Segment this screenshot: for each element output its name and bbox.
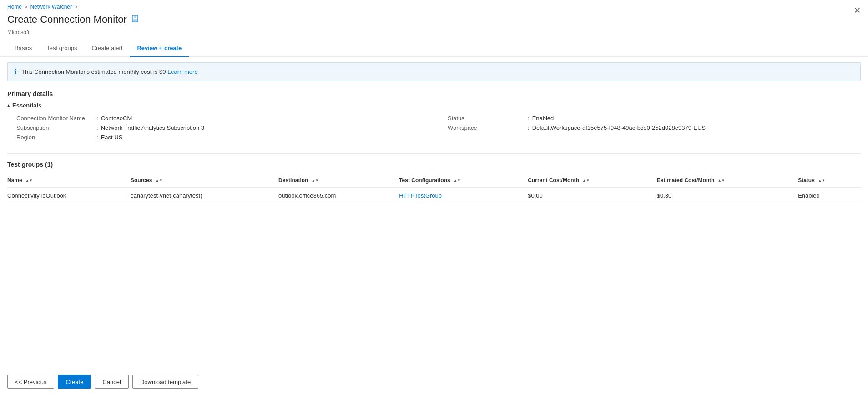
breadcrumb-network-watcher[interactable]: Network Watcher (30, 4, 72, 10)
test-groups-title: Test groups (1) (7, 161, 861, 168)
cell-current-cost: $0.00 (528, 188, 657, 204)
table-header-row: Name ▲▼ Sources ▲▼ Destination ▲▼ Test C… (7, 174, 861, 188)
table-row: ConnectivityToOutlook canarytest-vnet(ca… (7, 188, 861, 204)
breadcrumb: Home > Network Watcher > (0, 0, 868, 12)
fields-right: Status : Enabled Workspace : DefaultWork… (448, 113, 861, 142)
col-header-estimated-cost[interactable]: Estimated Cost/Month ▲▼ (657, 174, 798, 188)
field-workspace: Workspace : DefaultWorkspace-af15e575-f9… (448, 123, 861, 133)
col-header-destination[interactable]: Destination ▲▼ (278, 174, 399, 188)
field-region: Region : East US (16, 133, 429, 142)
previous-button[interactable]: << Previous (7, 375, 54, 389)
sort-icon-status: ▲▼ (818, 179, 825, 183)
fields-left: Connection Monitor Name : ContosoCM Subs… (16, 113, 429, 142)
cell-sources: canarytest-vnet(canarytest) (131, 188, 278, 204)
cell-test-configurations[interactable]: HTTPTestGroup (399, 188, 528, 204)
cell-destination: outlook.office365.com (278, 188, 399, 204)
sort-icon-estimated-cost: ▲▼ (718, 179, 725, 183)
download-template-button[interactable]: Download template (132, 375, 198, 389)
col-header-name[interactable]: Name ▲▼ (7, 174, 131, 188)
sort-icon-sources: ▲▼ (156, 179, 163, 183)
chevron-up-icon: ▴ (7, 103, 10, 108)
col-header-current-cost[interactable]: Current Cost/Month ▲▼ (528, 174, 657, 188)
sort-icon-current-cost: ▲▼ (582, 179, 590, 183)
col-header-status[interactable]: Status ▲▼ (798, 174, 861, 188)
breadcrumb-home[interactable]: Home (7, 4, 22, 10)
page-title: Create Connection Monitor (7, 14, 127, 26)
info-banner-text: This Connection Monitor's estimated mont… (21, 68, 198, 75)
svg-rect-2 (133, 19, 137, 21)
page-header: Create Connection Monitor (0, 12, 868, 29)
info-icon: ℹ (14, 67, 17, 76)
tab-basics[interactable]: Basics (7, 41, 39, 57)
learn-more-link[interactable]: Learn more (167, 68, 197, 75)
essentials-header[interactable]: ▴ Essentials (7, 102, 861, 109)
tab-review-create[interactable]: Review + create (130, 41, 189, 57)
essentials-label: Essentials (12, 102, 41, 109)
info-banner: ℹ This Connection Monitor's estimated mo… (7, 62, 861, 81)
close-button[interactable]: ✕ (854, 6, 861, 15)
test-groups-section: Test groups (1) Name ▲▼ Sources ▲▼ Desti… (0, 157, 868, 211)
field-subscription: Subscription : Network Traffic Analytics… (16, 123, 429, 133)
sort-icon-test-configurations: ▲▼ (454, 179, 461, 183)
tab-test-groups[interactable]: Test groups (39, 41, 84, 57)
field-connection-monitor-name: Connection Monitor Name : ContosoCM (16, 113, 429, 123)
divider (7, 153, 861, 154)
svg-rect-1 (134, 15, 136, 18)
footer: << Previous Create Cancel Download templ… (0, 369, 868, 394)
breadcrumb-sep1: > (25, 4, 27, 10)
col-header-test-configurations[interactable]: Test Configurations ▲▼ (399, 174, 528, 188)
sort-icon-destination: ▲▼ (312, 179, 319, 183)
cancel-button[interactable]: Cancel (95, 375, 128, 389)
test-groups-table: Name ▲▼ Sources ▲▼ Destination ▲▼ Test C… (7, 174, 861, 204)
tab-create-alert[interactable]: Create alert (85, 41, 130, 57)
cell-estimated-cost: $0.30 (657, 188, 798, 204)
save-icon[interactable] (131, 15, 139, 24)
create-button[interactable]: Create (58, 375, 91, 389)
tabs-container: Basics Test groups Create alert Review +… (0, 41, 868, 57)
primary-details-title: Primary details (7, 90, 861, 97)
cell-status: Enabled (798, 188, 861, 204)
field-status: Status : Enabled (448, 113, 861, 123)
col-header-sources[interactable]: Sources ▲▼ (131, 174, 278, 188)
primary-details-section: Primary details ▴ Essentials Connection … (0, 87, 868, 149)
cell-name: ConnectivityToOutlook (7, 188, 131, 204)
sort-icon-name: ▲▼ (25, 179, 33, 183)
page-subtitle: Microsoft (0, 29, 868, 41)
breadcrumb-sep2: > (75, 4, 77, 10)
essentials-fields: Connection Monitor Name : ContosoCM Subs… (7, 113, 861, 142)
